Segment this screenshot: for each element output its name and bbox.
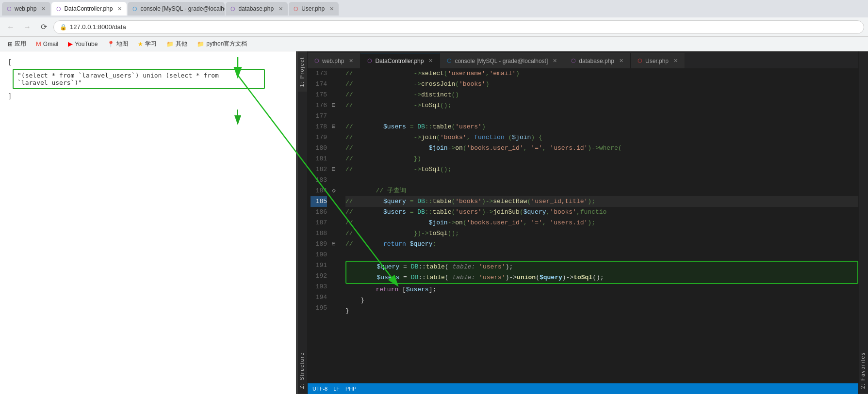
line-num-187: 187 (311, 218, 327, 228)
json-open-bracket: [ (8, 58, 288, 66)
gutter-179 (332, 132, 342, 143)
line-num-184: 184 (311, 186, 327, 196)
line-num-179: 179 (311, 132, 327, 143)
code-line-186: // $users = DB::table('users')->joinSub(… (345, 207, 858, 218)
line-num-189: 189 (311, 239, 327, 250)
tab-data-controller[interactable]: ⬡ DataController.php ✕ (51, 2, 127, 16)
code-line-192: $users = DB :: table ( table: 'users' )-… (346, 272, 857, 283)
tab-close-icon[interactable]: ✕ (41, 6, 46, 12)
browser-chrome: ⬡ web.php ✕ ⬡ DataController.php ✕ ⬡ con… (0, 0, 868, 51)
browser-page: [ "(select * from `laravel_users`) union… (0, 51, 296, 394)
status-line-ending: LF (333, 386, 340, 392)
gutter-183 (332, 175, 342, 186)
ide-tab-datacontroller[interactable]: ⬡ DataController.php ✕ (360, 53, 440, 68)
bookmark-youtube[interactable]: ▶ YouTube (64, 39, 101, 49)
back-button[interactable]: ← (4, 20, 17, 34)
bookmark-label: 学习 (145, 40, 157, 48)
bookmark-gmail[interactable]: M Gmail (32, 39, 62, 49)
ide-tab-database-php[interactable]: ⬡ database.php ✕ (564, 53, 631, 68)
code-line-183 (345, 175, 858, 186)
ide-tab-web-php[interactable]: ⬡ web.php ✕ (308, 53, 360, 68)
bookmark-label: Gmail (43, 41, 58, 47)
reload-button[interactable]: ⟳ (37, 20, 50, 34)
ide-tab-user-php[interactable]: ⬡ User.php ✕ (631, 53, 685, 68)
bookmark-maps[interactable]: 📍 地图 (103, 38, 132, 49)
bookmark-label: 地图 (116, 40, 128, 48)
code-line-180: // $join->on('books.user_id', '=', 'user… (345, 143, 858, 154)
ide-tab-close-icon[interactable]: ✕ (553, 58, 557, 64)
address-bar[interactable]: 🔒 127.0.0.1:8000/data (53, 20, 864, 34)
bookmark-python[interactable]: 📁 python官方文档 (193, 38, 251, 49)
bookmark-study[interactable]: ★ 学习 (134, 38, 161, 49)
gutter-184: ◇ (332, 186, 342, 196)
ide-tab-close-icon[interactable]: ✕ (619, 58, 623, 64)
gutter-189: ⊟ (332, 239, 342, 250)
status-bar: UTF-8 LF PHP (308, 383, 858, 394)
code-line-174: // ->crossJoin('books') (345, 79, 858, 90)
line-num-180: 180 (311, 143, 327, 154)
tab-label: User.php (301, 5, 325, 12)
line-numbers: 173 174 175 176 177 178 179 180 181 182 … (308, 68, 332, 383)
line-num-193: 193 (311, 282, 327, 292)
tab-database-php[interactable]: ⬡ database.php ✕ (226, 2, 288, 16)
forward-button[interactable]: → (20, 20, 34, 34)
line-num-178: 178 (311, 122, 327, 132)
ide-tab-console[interactable]: ⬡ console [MySQL - grade@localhost] ✕ (440, 53, 564, 68)
gutter-193 (332, 282, 342, 292)
ide-tab-close-icon[interactable]: ✕ (349, 58, 353, 64)
tab-label: DataController.php (64, 5, 113, 12)
gutter-188 (332, 228, 342, 239)
line-num-176: 176 (311, 100, 327, 111)
line-num-175: 175 (311, 90, 327, 100)
status-encoding: UTF-8 (312, 386, 328, 392)
bookmark-other[interactable]: 📁 其他 (163, 38, 191, 49)
folder-icon: 📁 (166, 41, 174, 47)
line-num-174: 174 (311, 79, 327, 90)
structure-panel-label[interactable]: Z: Structure (298, 347, 307, 394)
tab-close-icon[interactable]: ✕ (117, 6, 122, 12)
code-highlight-box: $query = DB :: table ( table: 'users' ); (345, 261, 858, 284)
tab-favicon: ⬡ (132, 6, 137, 12)
python-icon: 📁 (197, 41, 204, 47)
favorites-panel-label[interactable]: 2: Favorites (859, 347, 868, 394)
url-text: 127.0.0.1:8000/data (70, 23, 126, 31)
ide-tab-close-icon[interactable]: ✕ (428, 58, 433, 64)
code-line-189: // return $query; (345, 239, 858, 250)
gutter-187 (332, 218, 342, 228)
line-num-181: 181 (311, 154, 327, 164)
gutter-195 (332, 303, 342, 314)
line-num-173: 173 (311, 68, 327, 79)
bookmark-apps[interactable]: ⊞ 应用 (4, 38, 30, 49)
lock-icon: 🔒 (60, 24, 67, 31)
gmail-icon: M (36, 40, 41, 47)
tab-user-php[interactable]: ⬡ User.php ✕ (289, 2, 339, 16)
ide-tab-close-icon[interactable]: ✕ (673, 58, 678, 64)
code-line-187: // $join->on('books.user_id', '=', 'user… (345, 218, 858, 228)
json-output: [ "(select * from `laravel_users`) union… (8, 58, 288, 100)
project-panel-label[interactable]: 1: Project (298, 51, 307, 92)
maps-icon: 📍 (107, 41, 115, 47)
tab-favicon: ⬡ (230, 6, 235, 12)
tab-console[interactable]: ⬡ console [MySQL - grade@localhost] ✕ (128, 2, 225, 16)
study-icon: ★ (138, 41, 143, 47)
tab-label: console [MySQL - grade@localhost] (140, 5, 225, 12)
code-line-177 (345, 111, 858, 122)
ide-tab-label: User.php (645, 58, 669, 64)
query-result-box: "(select * from `laravel_users`) union (… (13, 69, 265, 89)
code-line-175: // ->distinct() (345, 90, 858, 100)
tab-web-php[interactable]: ⬡ web.php ✕ (2, 2, 50, 16)
line-num-186: 186 (311, 207, 327, 218)
code-line-194: } (345, 295, 858, 306)
php-icon: ⬡ (571, 58, 576, 64)
line-num-191: 191 (311, 260, 327, 271)
tab-close-icon[interactable]: ✕ (278, 6, 283, 12)
code-editor: 173 174 175 176 177 178 179 180 181 182 … (308, 68, 858, 383)
nav-bar: ← → ⟳ 🔒 127.0.0.1:8000/data (0, 17, 868, 37)
ide-tab-bar: ⬡ web.php ✕ ⬡ DataController.php ✕ ⬡ con… (308, 51, 858, 68)
ide-panel: 1: Project Z: Structure ⬡ web.php ✕ ⬡ Da… (298, 51, 868, 394)
gutter-176: ⊟ (332, 100, 342, 111)
tab-close-icon[interactable]: ✕ (329, 6, 334, 12)
tab-favicon: ⬡ (56, 6, 61, 12)
apps-icon: ⊞ (8, 41, 13, 47)
code-content[interactable]: // ->select('username','email') // ->cro… (342, 68, 858, 383)
